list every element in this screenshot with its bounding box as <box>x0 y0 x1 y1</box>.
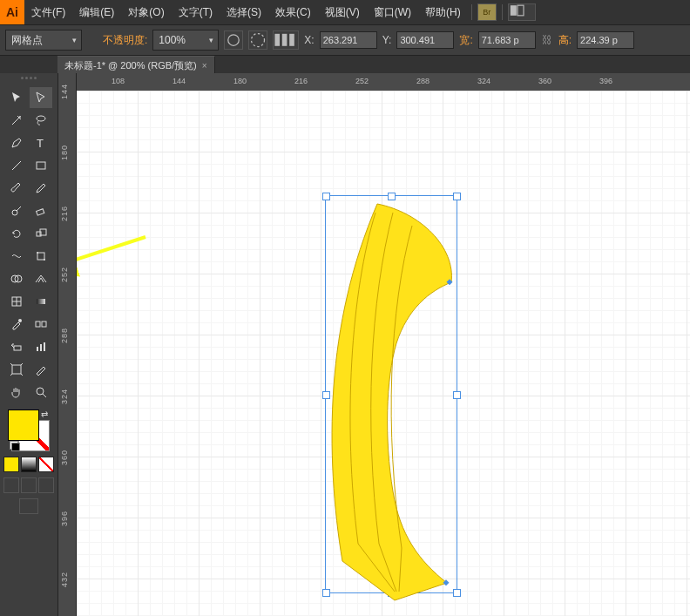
canvas-area[interactable]: 108 144 180 216 252 288 324 360 396 <box>77 73 690 616</box>
svg-rect-27 <box>37 347 38 351</box>
panel-grip[interactable] <box>4 77 53 84</box>
type-tool[interactable]: T <box>30 132 52 153</box>
svg-point-2 <box>228 35 240 46</box>
color-none[interactable] <box>38 457 54 472</box>
draw-inside[interactable] <box>38 477 54 493</box>
svg-rect-16 <box>37 253 44 260</box>
zoom-tool[interactable] <box>30 382 52 403</box>
menu-select[interactable]: 选择(S) <box>220 0 268 24</box>
menu-effect[interactable]: 效果(C) <box>268 0 318 24</box>
draw-behind[interactable] <box>21 477 37 493</box>
tool-name-dropdown[interactable]: 网格点 <box>5 30 82 51</box>
lasso-tool[interactable] <box>30 110 52 131</box>
artboard[interactable] <box>77 91 690 616</box>
blob-brush-tool[interactable] <box>5 200 28 221</box>
svg-rect-6 <box>290 34 295 46</box>
hand-tool[interactable] <box>5 382 28 403</box>
default-fill-stroke-icon[interactable] <box>10 441 20 451</box>
w-label: 宽: <box>459 33 472 48</box>
y-input[interactable] <box>396 31 454 49</box>
mesh-tool[interactable] <box>5 291 28 312</box>
tools-panel: T ⇄ <box>0 73 58 616</box>
align-icon[interactable] <box>273 30 299 50</box>
menu-edit[interactable]: 编辑(E) <box>72 0 121 24</box>
line-tool[interactable] <box>5 155 28 176</box>
h-input[interactable] <box>577 31 634 49</box>
svg-point-7 <box>19 116 21 118</box>
ruler-h-label: 180 <box>233 77 247 85</box>
menu-file[interactable]: 文件(F) <box>24 0 72 24</box>
free-transform-tool[interactable] <box>30 246 52 267</box>
ruler-h-label: 324 <box>477 77 490 85</box>
paintbrush-tool[interactable] <box>5 178 28 199</box>
opacity-label: 不透明度: <box>103 33 147 48</box>
draw-normal[interactable] <box>3 477 19 493</box>
svg-rect-24 <box>36 322 40 327</box>
link-wh-icon[interactable]: ⛓ <box>541 34 553 46</box>
swap-fill-stroke-icon[interactable]: ⇄ <box>41 410 48 419</box>
arrange-documents-button[interactable] <box>508 3 536 21</box>
magic-wand-tool[interactable] <box>5 110 28 131</box>
gradient-tool[interactable] <box>30 291 52 312</box>
column-graph-tool[interactable] <box>30 336 52 357</box>
mesh-anchors[interactable] <box>443 279 452 586</box>
menu-type[interactable]: 文字(T) <box>172 0 220 24</box>
vertical-ruler[interactable]: 144 180 216 252 288 324 360 396 432 <box>58 73 77 616</box>
x-input[interactable] <box>320 31 377 49</box>
svg-line-32 <box>43 394 46 397</box>
symbol-sprayer-tool[interactable] <box>5 336 28 357</box>
fill-stroke-indicator[interactable]: ⇄ <box>8 410 50 451</box>
pencil-tool[interactable] <box>30 178 52 199</box>
shape-builder-tool[interactable] <box>5 268 28 289</box>
separator <box>502 4 503 20</box>
slice-tool[interactable] <box>30 359 52 380</box>
menu-window[interactable]: 窗口(W) <box>367 0 418 24</box>
recolor-icon[interactable] <box>248 30 267 50</box>
menu-object[interactable]: 对象(O) <box>121 0 171 24</box>
document-tab-title: 未标题-1* @ 200% (RGB/预览) <box>64 59 197 72</box>
color-gradient[interactable] <box>21 457 37 472</box>
menu-view[interactable]: 视图(V) <box>318 0 367 24</box>
style-icon[interactable] <box>224 30 243 50</box>
rectangle-tool[interactable] <box>30 155 52 176</box>
svg-point-17 <box>37 252 38 254</box>
ruler-v-label: 180 <box>60 145 69 160</box>
document-tab[interactable]: 未标题-1* @ 200% (RGB/预览) × <box>58 56 215 75</box>
color-solid[interactable] <box>3 457 19 472</box>
ruler-h-label: 396 <box>599 77 612 85</box>
width-tool[interactable] <box>5 246 28 267</box>
svg-text:T: T <box>37 137 44 150</box>
selection-tool[interactable] <box>5 87 28 108</box>
eraser-tool[interactable] <box>30 200 52 221</box>
fill-swatch[interactable] <box>8 410 39 441</box>
artboard-tool[interactable] <box>5 359 28 380</box>
selected-artwork[interactable] <box>325 195 464 605</box>
menu-help[interactable]: 帮助(H) <box>418 0 468 24</box>
color-mode-row <box>3 457 54 472</box>
bridge-button[interactable]: Br <box>477 3 497 21</box>
scale-tool[interactable] <box>30 223 52 244</box>
svg-rect-29 <box>44 342 45 351</box>
ruler-v-label: 144 <box>60 84 69 99</box>
svg-point-18 <box>44 259 45 261</box>
opacity-input[interactable]: 100% <box>152 30 219 51</box>
direct-selection-tool[interactable] <box>30 87 52 108</box>
blend-tool[interactable] <box>30 314 52 335</box>
screen-mode-button[interactable] <box>19 498 38 514</box>
rotate-tool[interactable] <box>5 223 28 244</box>
pen-tool[interactable] <box>5 132 28 153</box>
close-tab-icon[interactable]: × <box>202 61 207 71</box>
ruler-v-label: 360 <box>60 450 69 465</box>
horizontal-ruler[interactable]: 108 144 180 216 252 288 324 360 396 <box>77 73 690 91</box>
x-label: X: <box>304 34 314 46</box>
svg-point-8 <box>37 116 45 121</box>
perspective-grid-tool[interactable] <box>30 268 52 289</box>
svg-rect-4 <box>275 34 281 46</box>
w-input[interactable] <box>478 31 536 49</box>
ruler-h-label: 288 <box>416 77 430 85</box>
eyedropper-tool[interactable] <box>5 314 28 335</box>
svg-rect-22 <box>37 299 45 304</box>
svg-rect-30 <box>12 365 21 374</box>
svg-point-23 <box>18 319 22 322</box>
ruler-v-label: 396 <box>60 511 69 526</box>
